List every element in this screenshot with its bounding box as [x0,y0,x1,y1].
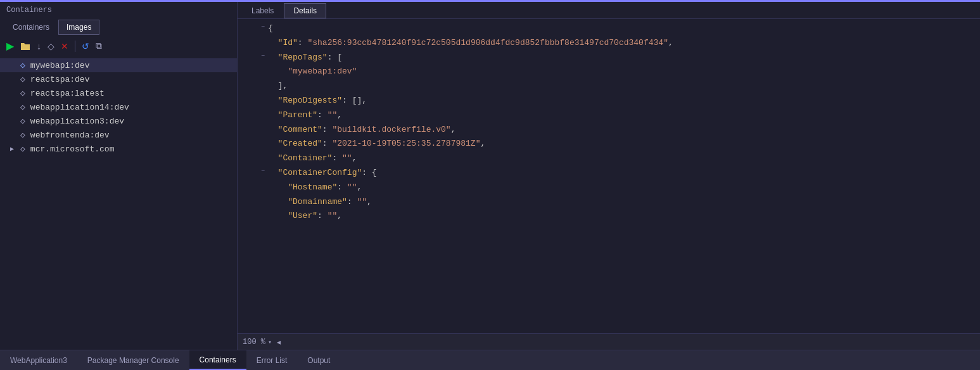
indent-space [268,37,278,50]
json-trail: , [357,181,362,195]
json-line: "Id": "sha256:93ccb4781240f91c72c505d1d9… [238,36,980,51]
bottom-tab-package-manager-console[interactable]: Package Manager Console [77,350,189,370]
image-list-item[interactable]: ▶◇mcr.microsoft.com [0,142,237,156]
json-separator: : [322,137,333,151]
indent-space [268,137,278,151]
json-separator: : [337,181,347,195]
refresh-button[interactable]: ↺ [80,40,91,53]
copy-button[interactable]: ⧉ [94,39,103,53]
panel-title: Containers [0,2,237,18]
run-button[interactable]: ▶ [5,39,15,53]
image-list-item[interactable]: ◇webapplication3:dev [0,114,237,128]
json-value: "" [342,152,352,165]
json-value: "" [328,109,338,122]
json-statusbar: 100 % ▾ ◂ [238,333,980,350]
json-line: "RepoDigests": [], [238,94,980,108]
right-tab-labels[interactable]: Labels [243,3,283,18]
left-panel: Containers ContainersImages ▶ ↓ ◇ ✕ ↺ ⧉ … [0,2,238,350]
indent-space [268,181,288,195]
json-bracket: { [268,22,273,35]
open-folder-button[interactable] [19,41,32,52]
indent-space [268,167,278,180]
zoom-label: 100 % [243,338,265,347]
image-name-label: mywebapi:dev [30,61,90,70]
image-list-item[interactable]: ◇reactspa:dev [0,72,237,86]
image-name-label: reactspa:latest [30,89,105,98]
indent-space [268,80,278,93]
left-tab-images[interactable]: Images [58,20,99,35]
json-line: "mywebapi:dev" [238,65,980,79]
json-separator: : [328,51,338,65]
bottom-tab-error-list[interactable]: Error List [246,350,298,370]
left-tab-containers[interactable]: Containers [5,20,57,35]
json-key: "Comment" [278,124,322,137]
image-list: ◇mywebapi:dev◇reactspa:dev◇reactspa:late… [0,57,237,350]
json-key: "Container" [278,152,333,165]
image-icon: ◇ [20,74,25,84]
image-list-item[interactable]: ◇reactspa:latest [0,86,237,100]
indent-space [268,196,288,209]
json-trail: , [337,210,342,223]
bottom-tab-output[interactable]: Output [297,350,340,370]
indent-space [268,94,278,108]
image-list-item[interactable]: ◇mywebapi:dev [0,58,237,72]
json-line: "Domainname": "", [238,195,980,210]
json-separator: : [347,196,357,209]
indent-space [268,152,278,165]
tag-button[interactable]: ◇ [46,40,56,53]
indent-space [268,109,278,122]
toolbar-divider [75,41,75,52]
collapse-button[interactable]: − [258,22,268,32]
image-list-item[interactable]: ◇webfrontenda:dev [0,128,237,142]
json-value: [] [352,94,362,108]
json-separator: : [322,124,333,137]
json-key: "Created" [278,137,322,151]
collapse-button[interactable]: − [258,167,268,177]
delete-button[interactable]: ✕ [60,40,70,53]
left-tab-bar: ContainersImages [0,18,237,35]
json-trail: , [352,152,357,165]
image-name-label: mcr.microsoft.com [30,144,115,154]
image-icon: ◇ [20,116,25,126]
json-line: "Parent": "", [238,108,980,123]
right-tab-details[interactable]: Details [284,3,326,18]
right-panel: LabelsDetails −{ "Id": "sha256:93ccb4781… [238,2,980,350]
json-value: "" [357,196,367,209]
json-value: "" [347,181,357,195]
json-value: { [372,167,377,180]
image-name-label: reactspa:dev [30,75,90,84]
main-area: Containers ContainersImages ▶ ↓ ◇ ✕ ↺ ⧉ … [0,2,980,350]
image-name-label: webapplication14:dev [30,103,129,112]
json-trail: , [451,124,456,137]
zoom-dropdown[interactable]: 100 % ▾ [243,338,272,347]
json-line: "Container": "", [238,151,980,166]
right-tab-bar: LabelsDetails [238,2,980,19]
json-trail: , [362,94,367,108]
zoom-chevron-icon: ▾ [268,338,272,346]
json-line: "Created": "2021-10-19T05:25:35.2787981Z… [238,137,980,151]
json-key: "User" [288,210,317,223]
json-content[interactable]: −{ "Id": "sha256:93ccb4781240f91c72c505d… [238,19,980,333]
json-separator: : [342,94,352,108]
json-value: "sha256:93ccb4781240f91c72c505d1d906dd4f… [307,37,668,50]
json-trail: , [337,109,342,122]
bottom-tab-containers[interactable]: Containers [189,350,246,370]
json-key: "Id" [278,37,298,50]
toolbar: ▶ ↓ ◇ ✕ ↺ ⧉ [0,35,237,57]
json-separator: : [317,210,328,223]
json-trail: , [480,137,485,151]
scroll-left-button[interactable]: ◂ [277,338,281,347]
indent-space [268,210,288,223]
json-value: "mywebapi:dev" [288,65,357,79]
image-icon: ◇ [20,88,25,98]
image-list-item[interactable]: ◇webapplication14:dev [0,100,237,114]
json-value: "2021-10-19T05:25:35.2787981Z" [332,137,480,151]
json-line: "Comment": "buildkit.dockerfile.v0", [238,123,980,137]
json-value: [ [337,51,342,65]
bottom-tab-webapplication3[interactable]: WebApplication3 [0,350,77,370]
json-line: "User": "", [238,209,980,224]
pull-button[interactable]: ↓ [35,40,42,53]
image-icon: ◇ [20,102,25,112]
collapse-button[interactable]: − [258,51,268,61]
json-key: "RepoDigests" [278,94,342,108]
